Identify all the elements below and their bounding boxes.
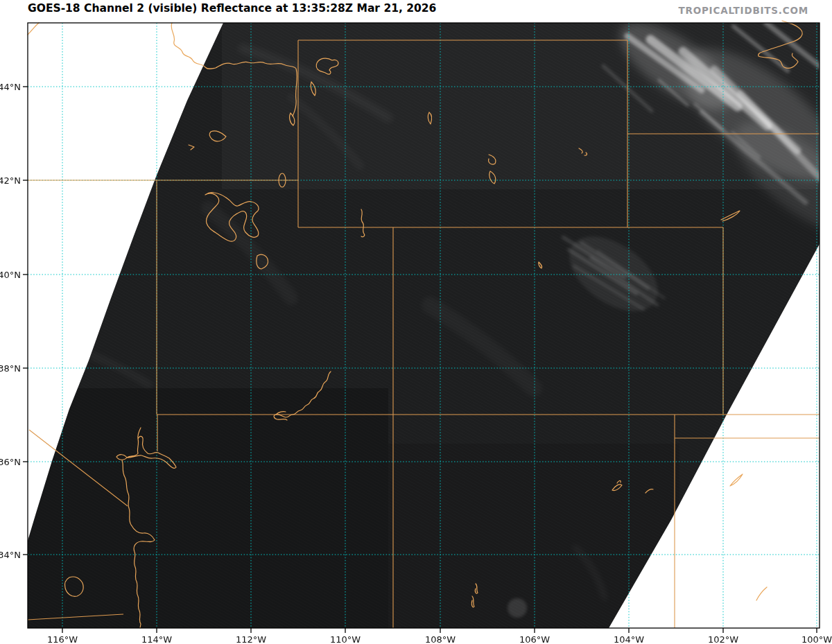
lon-label: 102°W <box>708 634 738 644</box>
satellite-map-panel: 44°N42°N40°N38°N36°N34°N116°W114°W112°W1… <box>0 0 832 644</box>
lon-label: 104°W <box>614 634 644 644</box>
lon-label: 116°W <box>47 634 78 644</box>
lon-label: 110°W <box>330 634 361 644</box>
lat-label: 40°N <box>0 270 21 280</box>
map-canvas: 44°N42°N40°N38°N36°N34°N116°W114°W112°W1… <box>0 0 832 644</box>
watermark-tropicaltidbits: TROPICALTIDBITS.COM <box>678 5 808 16</box>
lat-label: 42°N <box>0 175 21 186</box>
satellite-swath <box>28 6 832 628</box>
lat-label: 36°N <box>0 457 21 467</box>
lat-label: 38°N <box>0 363 21 374</box>
lat-label: 44°N <box>0 82 21 92</box>
page-title: GOES-18 Channel 2 (visible) Reflectance … <box>28 2 436 15</box>
lat-label: 34°N <box>0 550 21 560</box>
lon-label: 112°W <box>236 634 266 644</box>
lon-label: 106°W <box>519 634 550 644</box>
lon-label: 108°W <box>425 634 456 644</box>
white-sands-bright-patch <box>508 598 527 618</box>
snake-river-west-stub <box>28 23 39 35</box>
lon-label: 114°W <box>141 634 172 644</box>
lon-label: 100°W <box>801 634 832 644</box>
lake-meredith <box>730 474 743 486</box>
red-river-squiggle <box>756 587 767 600</box>
